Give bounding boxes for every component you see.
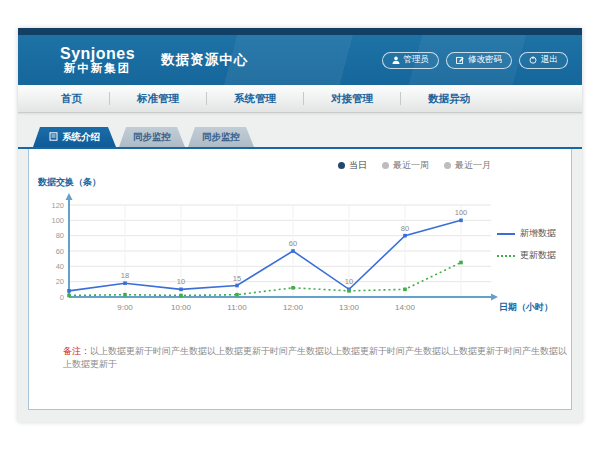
y-axis-title: 数据交换（条）: [38, 176, 571, 189]
tab-sync-monitor-2[interactable]: 同步监控: [188, 127, 254, 147]
nav-item-home[interactable]: 首页: [34, 92, 110, 105]
header: Synjones 新中新集团 数据资源中心 管理员 修改密码 退出: [18, 35, 582, 85]
user-button[interactable]: 管理员: [382, 52, 440, 69]
page-title: 数据资源中心: [161, 51, 248, 69]
legend-item-update-data[interactable]: 更新数据: [497, 249, 556, 262]
svg-text:10: 10: [345, 277, 353, 286]
range-filter: 当日 最近一周 最近一月: [29, 149, 571, 172]
svg-text:80: 80: [401, 224, 409, 233]
logo-text: Synjones: [60, 45, 135, 62]
header-actions: 管理员 修改密码 退出: [382, 52, 569, 69]
dotted-line-icon: [497, 255, 515, 257]
content-area: 系统介绍 同步监控 同步监控 当日 最近一周: [18, 113, 582, 410]
tab-sync-monitor-1[interactable]: 同步监控: [119, 127, 185, 147]
chart-panel: 当日 最近一周 最近一月 数据交换（条） 0204060801001201810…: [28, 149, 572, 410]
svg-text:10: 10: [177, 277, 185, 286]
legend-item-new-data[interactable]: 新增数据: [497, 227, 556, 240]
top-strip: [18, 28, 582, 35]
radio-dot: [444, 162, 451, 169]
svg-text:40: 40: [56, 262, 64, 271]
radio-dot: [338, 162, 345, 169]
power-icon: [529, 56, 537, 64]
svg-text:120: 120: [51, 201, 64, 210]
svg-text:20: 20: [56, 277, 64, 286]
edit-icon: [456, 56, 464, 64]
logo-subtext: 新中新集团: [64, 62, 132, 75]
page: Synjones 新中新集团 数据资源中心 管理员 修改密码 退出: [18, 28, 582, 422]
radio-dot: [382, 162, 389, 169]
document-icon: [49, 132, 58, 143]
logout-button[interactable]: 退出: [519, 52, 568, 69]
svg-text:60: 60: [56, 247, 64, 256]
chart: 0204060801001201810156010801009:0010:001…: [29, 189, 571, 321]
tab-bar: 系统介绍 同步监控 同步监控: [33, 127, 582, 147]
main-nav: 首页 标准管理 系统管理 对接管理 数据异动: [18, 85, 582, 113]
tab-system-intro[interactable]: 系统介绍: [33, 127, 116, 147]
line-chart-svg: 0204060801001201810156010801009:0010:001…: [29, 189, 569, 317]
svg-text:12:00: 12:00: [283, 303, 304, 312]
svg-text:11:00: 11:00: [227, 303, 247, 312]
svg-text:18: 18: [121, 271, 129, 280]
nav-item-system-mgmt[interactable]: 系统管理: [207, 92, 304, 105]
svg-text:13:00: 13:00: [339, 303, 360, 312]
user-icon: [392, 56, 400, 64]
svg-text:9:00: 9:00: [117, 303, 133, 312]
svg-text:0: 0: [60, 293, 64, 302]
footnote-text: 以上数据更新于时间产生数据以上数据更新于时间产生数据以上数据更新于时间产生数据以…: [63, 346, 567, 369]
change-password-button[interactable]: 修改密码: [446, 52, 512, 69]
brand-logo: Synjones 新中新集团: [32, 45, 145, 75]
nav-item-standard-mgmt[interactable]: 标准管理: [110, 92, 207, 105]
svg-text:100: 100: [455, 208, 468, 217]
svg-text:15: 15: [233, 274, 241, 283]
nav-item-interface-mgmt[interactable]: 对接管理: [304, 92, 401, 105]
chart-legend: 新增数据 更新数据: [497, 227, 556, 262]
svg-text:100: 100: [51, 216, 64, 225]
svg-text:10:00: 10:00: [171, 303, 192, 312]
svg-text:14:00: 14:00: [395, 303, 416, 312]
svg-text:80: 80: [56, 231, 64, 240]
nav-item-data-change[interactable]: 数据异动: [401, 92, 497, 105]
footnote: 备注：以上数据更新于时间产生数据以上数据更新于时间产生数据以上数据更新于时间产生…: [63, 345, 571, 371]
radio-last-month[interactable]: 最近一月: [444, 159, 491, 172]
solid-line-icon: [497, 233, 515, 235]
svg-text:60: 60: [289, 239, 297, 248]
radio-last-week[interactable]: 最近一周: [382, 159, 429, 172]
svg-text:日期（小时）: 日期（小时）: [499, 302, 553, 312]
radio-today[interactable]: 当日: [338, 159, 367, 172]
footnote-prefix: 备注：: [63, 346, 90, 356]
